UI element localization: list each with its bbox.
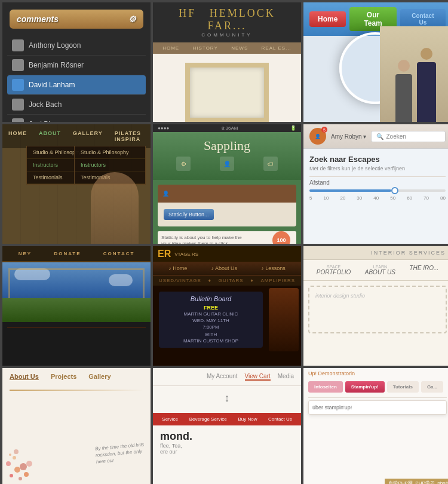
nav-projects[interactable]: Projects — [51, 373, 76, 380]
nav-gallery[interactable]: Gallery — [88, 373, 111, 380]
subnav-used[interactable]: USED/VINTAGE — [159, 278, 201, 283]
nav-contact[interactable]: CONTACT — [103, 251, 135, 256]
static-button[interactable]: Static.ly Button... — [164, 209, 214, 220]
business-photo — [380, 26, 448, 122]
user-name: Amy Robyn ▾ — [331, 133, 366, 140]
paper-content: Static.ly is about you to help make the … — [158, 231, 296, 244]
hemlock-content — [153, 54, 301, 122]
nav-about[interactable]: ♪ About Us — [211, 265, 237, 271]
nav-home[interactable]: HOME — [2, 128, 33, 145]
more-btn[interactable]: Ga... — [421, 381, 443, 393]
person-head — [421, 48, 432, 60]
nav-other[interactable]: THE IRO... — [409, 265, 438, 275]
svg-point-8 — [9, 454, 11, 456]
gear-icon[interactable]: ⚙ — [128, 14, 136, 24]
shop-header: ER VTAGE RS — [153, 246, 301, 262]
tutorials-btn[interactable]: Tutorials — [387, 381, 419, 393]
cell-dutch-search: 👤 5 Amy Robyn ▾ 🔍 Zoeken Zoek naar Escap… — [303, 124, 448, 244]
distance-label: Afstand — [309, 179, 446, 186]
buy-now-link[interactable]: Buy Now — [238, 416, 257, 422]
list-item[interactable]: Benjamin Rösner — [7, 56, 146, 75]
cafe-content: mond. ffee, Tea,ere our — [153, 425, 301, 460]
stamp-nav: Infoseiten Stampin'up! Tutorials Ga... — [303, 379, 448, 395]
subnav-amps[interactable]: AMPLIFIERS — [260, 278, 295, 283]
svg-point-1 — [14, 467, 20, 473]
nav-news[interactable]: NEWS — [231, 45, 248, 51]
popup-text: über stampin'up! — [312, 405, 443, 411]
nav-realestate[interactable]: REAL ES... — [262, 45, 291, 51]
nav-about[interactable]: About Us — [10, 373, 39, 380]
sappling-title: Sappling — [159, 138, 295, 154]
svg-point-0 — [10, 474, 13, 477]
svg-point-9 — [14, 449, 19, 454]
cell-about-vintage: About Us Projects Gallery By the tim — [2, 368, 151, 484]
infoseiten-btn[interactable]: Infoseiten — [308, 381, 343, 393]
nav-home[interactable]: HOME — [162, 45, 179, 51]
interior-header: INTERIOR SERVICES — [303, 246, 448, 260]
shop-tagline: VTAGE RS — [174, 252, 198, 257]
user-icon: 👤 — [315, 134, 321, 139]
beverage-link[interactable]: Beverage Service — [189, 416, 227, 422]
music-nav: NEY DONATE CONTACT — [2, 246, 151, 262]
screenshot-grid: comments ⚙ Anthony Logoon Benjamin Rösne… — [0, 0, 448, 484]
divider — [309, 176, 446, 177]
nav-lessons[interactable]: ♪ Lessons — [261, 265, 286, 271]
stampin-btn[interactable]: Stampin'up! — [345, 381, 385, 393]
list-item[interactable]: David Lanham — [7, 75, 146, 95]
distance-slider[interactable] — [309, 189, 446, 192]
cell-pilates: HOME ABOUT GALLERY PILATES INSPIRA Studi… — [2, 124, 151, 244]
sappling-icon[interactable]: ⚙ — [176, 157, 191, 171]
service-link[interactable]: Service — [162, 416, 178, 422]
subnav-sep: ♦ — [208, 278, 211, 283]
svg-point-3 — [20, 463, 27, 470]
view-cart-link[interactable]: View Cart — [245, 373, 271, 381]
interior-nav: Space PORTFOLIO Learn ABOUT US THE IRO..… — [303, 260, 448, 281]
contact-link[interactable]: Contact Us — [268, 416, 292, 422]
sub-item[interactable]: Studio & Philosophy — [75, 146, 145, 159]
handwriting-text: By the time the old hills rocksdon, but … — [94, 442, 145, 466]
guitar-subnav: USED/VINTAGE ♦ GUITARS ♦ AMPLIFIERS — [153, 275, 301, 286]
nav-about[interactable]: Learn ABOUT US — [365, 265, 395, 275]
list-item[interactable]: Joal Blane — [7, 115, 146, 122]
clinic-text: MARTIN GUITAR CLINICWED. MAY 11TH7:00PMW… — [162, 311, 259, 344]
cell-stampin-up: Up! Demonstratorin Infoseiten Stampin'up… — [303, 368, 448, 484]
nav-home[interactable]: ♪ Home — [168, 265, 187, 271]
sub-item-active[interactable]: Instructors — [75, 159, 145, 171]
slider-thumb[interactable] — [391, 187, 398, 194]
sappling-content: 👤 Static.ly Button... — [158, 185, 296, 226]
sappling-icon[interactable]: 👤 — [220, 157, 234, 171]
home-button[interactable]: Home — [309, 11, 346, 27]
sappling-icons: ⚙ 👤 🏷 — [159, 154, 295, 174]
divider — [7, 327, 146, 328]
comments-bar: comments ⚙ — [10, 10, 143, 29]
user-name: Benjamin Rösner — [29, 61, 84, 69]
nav-history[interactable]: HISTORY — [193, 45, 218, 51]
person-body — [395, 74, 412, 122]
my-account-link[interactable]: My Account — [207, 373, 238, 381]
vintage-content — [2, 385, 151, 400]
media-link[interactable]: Media — [278, 373, 294, 381]
user-name: Jock Bach — [29, 100, 62, 109]
svg-point-4 — [13, 456, 16, 460]
nav-item[interactable]: NEY — [19, 251, 32, 256]
list-item[interactable]: Anthony Logoon — [7, 36, 146, 56]
cafe-subtitle: ffee, Tea,ere our — [160, 443, 294, 455]
service-bar: Service Beverage Service Buy Now Contact… — [153, 413, 301, 425]
sappling-icon[interactable]: 🏷 — [263, 157, 278, 171]
subnav-guitars[interactable]: GUITARS — [219, 278, 244, 283]
profile-icon: 👤 5 — [309, 128, 326, 145]
filter-subtitle: Met de filters kun je de selectie verfij… — [309, 166, 446, 171]
signal-icon: ●●●● — [158, 125, 169, 131]
nav-gallery[interactable]: GALLERY — [67, 128, 109, 145]
hemlock-header: HF HEMLOCK FAR... COMMUNITY — [153, 2, 301, 42]
nav-donate[interactable]: DONATE — [54, 251, 81, 256]
search-box[interactable]: 🔍 Zoeken — [371, 131, 446, 142]
nav-about[interactable]: ABOUT — [33, 128, 67, 145]
guitar-silhouette — [269, 288, 299, 351]
list-item[interactable]: Jock Bach — [7, 95, 146, 115]
guitar-nav: ♪ Home ♪ About Us ♪ Lessons — [153, 262, 301, 275]
nav-portfolio[interactable]: Space PORTFOLIO — [317, 265, 351, 275]
cafe-title: mond. — [160, 430, 294, 443]
guitar-image — [269, 288, 299, 351]
nav-pilates[interactable]: PILATES INSPIRA — [109, 128, 151, 145]
